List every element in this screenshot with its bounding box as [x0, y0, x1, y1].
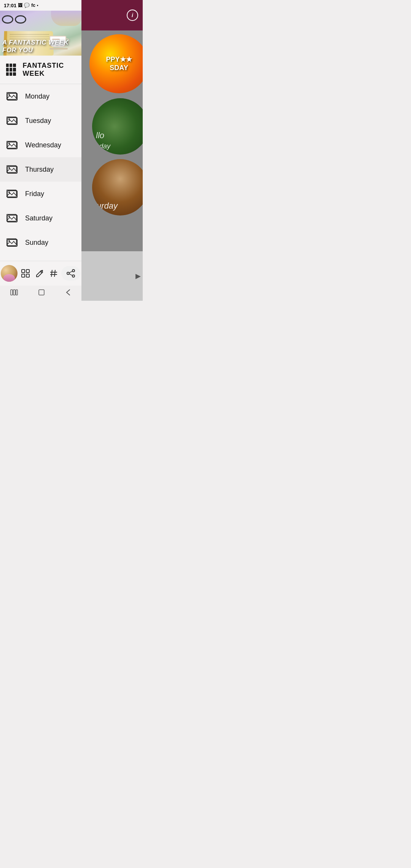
circle-image-3: urday: [92, 159, 143, 215]
image-stack-svg-friday: [6, 189, 18, 199]
nav-back-button[interactable]: [65, 289, 71, 298]
status-time: 17:01: [4, 3, 16, 8]
nav-bar: [0, 286, 81, 301]
svg-point-17: [8, 216, 10, 217]
svg-point-20: [8, 240, 10, 242]
left-drawer: 17:01 🖼 💬 fc •: [0, 0, 81, 301]
svg-point-2: [8, 94, 10, 96]
menu-item-saturday[interactable]: Saturday: [0, 206, 81, 230]
image-stack-svg-sunday: [6, 238, 18, 247]
hashtag-icon-svg: [49, 268, 59, 278]
nav-menu-icon: [10, 289, 18, 295]
image-stack-svg-tuesday: [6, 116, 18, 126]
hashtag-button[interactable]: [48, 267, 60, 279]
status-photo-icon: 🖼: [18, 3, 22, 8]
status-fc-label: fc: [31, 3, 35, 8]
svg-point-28: [41, 270, 43, 271]
circle-image-2: llosday: [92, 98, 143, 155]
flowers-illustration: [51, 11, 81, 26]
thursday-label: Thursday: [25, 166, 54, 174]
svg-rect-38: [11, 290, 13, 295]
menu-header: FANTASTIC WEEK: [0, 56, 81, 84]
svg-point-11: [8, 167, 10, 169]
wednesday-icon: [6, 140, 18, 150]
circle-image-1: PPY★★SDAY: [89, 34, 143, 93]
glasses-illustration: [2, 15, 32, 29]
circle-2-text: llosday: [96, 131, 110, 151]
svg-point-14: [8, 191, 10, 193]
svg-point-5: [8, 118, 10, 120]
grid-icon: [6, 64, 16, 76]
svg-line-30: [54, 270, 55, 277]
toolbar-avatar[interactable]: [1, 265, 18, 282]
image-stack-svg-saturday: [6, 213, 18, 223]
hero-image: A FANTASTIC WEEK FOR YOU: [0, 11, 81, 56]
edit-tool-button[interactable]: [33, 267, 46, 279]
monday-icon: [6, 91, 18, 102]
svg-point-8: [8, 143, 10, 144]
right-bottom-strip: ▶: [78, 251, 143, 301]
friday-icon: [6, 188, 18, 199]
status-left: 17:01 🖼 💬 fc •: [4, 3, 38, 8]
svg-rect-40: [16, 290, 18, 295]
circle-1-text: PPY★★SDAY: [106, 56, 132, 72]
menu-item-sunday[interactable]: Sunday: [0, 230, 81, 255]
edit-icon-svg: [35, 268, 45, 278]
nav-home-icon: [38, 289, 45, 296]
menu-item-friday[interactable]: Friday: [0, 182, 81, 206]
status-dot: •: [37, 3, 38, 8]
svg-point-34: [67, 272, 69, 274]
info-button[interactable]: i: [127, 10, 138, 21]
nav-menu-button[interactable]: [10, 289, 18, 297]
svg-rect-24: [22, 270, 25, 273]
share-icon-svg: [67, 269, 75, 278]
svg-rect-25: [26, 270, 29, 273]
saturday-icon: [6, 213, 18, 223]
status-bar: 17:01 🖼 💬 fc •: [0, 0, 81, 11]
menu-item-monday[interactable]: Monday: [0, 84, 81, 108]
svg-rect-39: [13, 290, 15, 295]
svg-point-35: [72, 275, 75, 277]
select-icon-svg: [21, 268, 30, 278]
svg-line-37: [69, 274, 72, 276]
right-header: i: [78, 0, 143, 30]
select-tool-button[interactable]: [19, 267, 32, 279]
saturday-label: Saturday: [25, 214, 53, 222]
sunday-icon: [6, 237, 18, 248]
svg-point-33: [72, 270, 75, 272]
right-arrow-icon: ▶: [135, 272, 141, 280]
right-image-grid: PPY★★SDAY llosday urday ▶: [78, 30, 143, 301]
menu-items-container: Monday Tuesday: [0, 84, 81, 279]
svg-rect-41: [39, 290, 44, 295]
nav-back-icon: [65, 289, 71, 296]
svg-line-36: [69, 271, 72, 273]
svg-rect-27: [26, 274, 29, 277]
menu-item-tuesday[interactable]: Tuesday: [0, 108, 81, 133]
friday-label: Friday: [25, 190, 44, 198]
image-stack-svg-monday: [6, 91, 18, 101]
share-button[interactable]: [61, 266, 80, 281]
right-panel: i PPY★★SDAY llosday urday ▶: [78, 0, 143, 301]
nav-home-button[interactable]: [38, 289, 45, 297]
svg-line-29: [51, 270, 52, 277]
tuesday-label: Tuesday: [25, 117, 51, 125]
wednesday-label: Wednesday: [25, 141, 61, 149]
menu-item-wednesday[interactable]: Wednesday: [0, 133, 81, 157]
thursday-icon: [6, 164, 18, 175]
status-msg-icon: 💬: [24, 3, 30, 8]
tuesday-icon: [6, 115, 18, 126]
circle-3-text: urday: [97, 201, 118, 211]
image-stack-svg-wednesday: [6, 140, 18, 150]
menu-item-thursday[interactable]: Thursday: [0, 157, 81, 182]
hero-text: A FANTASTIC WEEK FOR YOU: [0, 39, 81, 54]
menu-title: FANTASTIC WEEK: [23, 62, 75, 78]
monday-label: Monday: [25, 93, 49, 101]
bottom-toolbar: [0, 261, 81, 286]
svg-rect-26: [22, 274, 25, 277]
sunday-label: Sunday: [25, 239, 48, 247]
image-stack-svg-thursday: [6, 164, 18, 174]
